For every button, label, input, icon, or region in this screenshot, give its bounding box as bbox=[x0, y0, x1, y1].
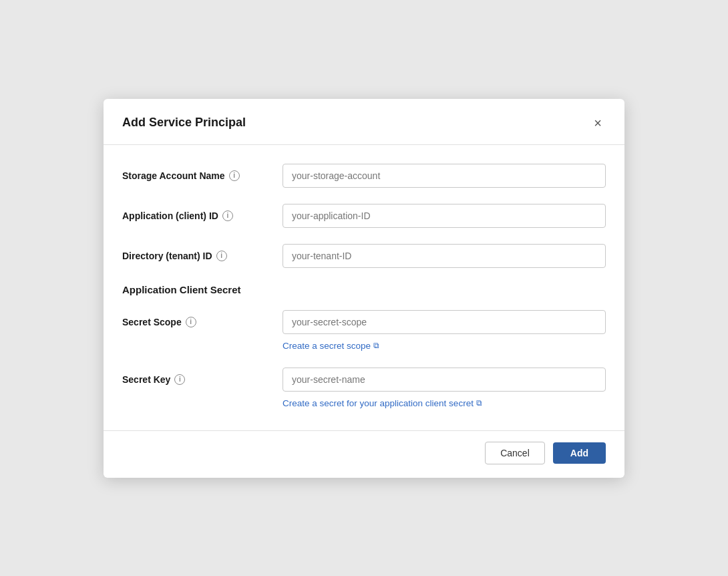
modal-overlay: Add Service Principal × Storage Account … bbox=[0, 0, 728, 576]
secret-scope-info-icon: i bbox=[186, 317, 196, 327]
secret-key-label: Secret Key i bbox=[122, 374, 283, 385]
application-client-id-info-icon: i bbox=[222, 210, 233, 221]
modal-header: Add Service Principal × bbox=[104, 99, 624, 145]
secret-key-info-icon: i bbox=[174, 374, 185, 385]
modal-body: Storage Account Name i Application (clie… bbox=[104, 145, 624, 430]
application-client-id-input[interactable] bbox=[283, 204, 606, 228]
directory-tenant-id-info-icon: i bbox=[216, 251, 227, 261]
modal-footer: Cancel Add bbox=[104, 430, 624, 478]
create-secret-for-app-external-icon: ⧉ bbox=[476, 398, 482, 408]
directory-tenant-id-group: Directory (tenant) ID i bbox=[122, 244, 606, 268]
create-secret-scope-external-icon: ⧉ bbox=[373, 341, 379, 350]
close-button[interactable]: × bbox=[590, 115, 606, 131]
application-client-id-group: Application (client) ID i bbox=[122, 204, 606, 228]
directory-tenant-id-label: Directory (tenant) ID i bbox=[122, 251, 283, 261]
secret-scope-label: Secret Scope i bbox=[122, 317, 283, 327]
directory-tenant-id-input[interactable] bbox=[283, 244, 606, 268]
secret-key-input[interactable] bbox=[283, 368, 606, 392]
secret-key-group: Secret Key i Create a secret for your ap… bbox=[122, 368, 606, 409]
storage-account-info-icon: i bbox=[229, 170, 240, 181]
cancel-button[interactable]: Cancel bbox=[485, 442, 545, 464]
modal-title: Add Service Principal bbox=[122, 116, 246, 130]
storage-account-input[interactable] bbox=[283, 164, 606, 188]
secret-scope-input[interactable] bbox=[283, 310, 606, 334]
storage-account-label: Storage Account Name i bbox=[122, 170, 283, 181]
add-button[interactable]: Add bbox=[553, 442, 606, 464]
secret-scope-group: Secret Scope i Create a secret scope ⧉ bbox=[122, 310, 606, 351]
application-client-id-label: Application (client) ID i bbox=[122, 210, 283, 221]
create-secret-for-app-link[interactable]: Create a secret for your application cli… bbox=[283, 398, 482, 408]
storage-account-group: Storage Account Name i bbox=[122, 164, 606, 188]
application-client-secret-heading: Application Client Secret bbox=[122, 284, 606, 295]
create-secret-scope-link[interactable]: Create a secret scope ⧉ bbox=[283, 341, 379, 351]
add-service-principal-modal: Add Service Principal × Storage Account … bbox=[104, 99, 624, 478]
